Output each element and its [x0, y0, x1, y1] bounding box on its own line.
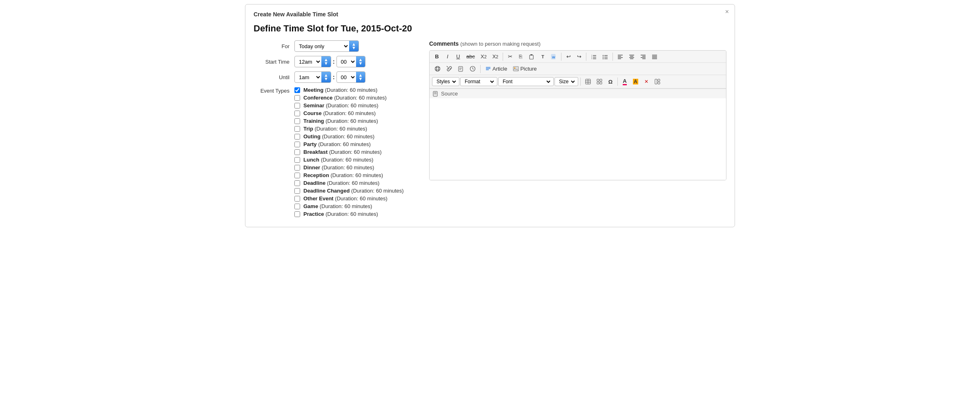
- close-button[interactable]: ×: [725, 9, 729, 15]
- highlight-button[interactable]: A: [630, 78, 641, 86]
- source-label[interactable]: Source: [441, 91, 458, 97]
- training-checkbox[interactable]: [294, 118, 300, 124]
- toolbar-sep3: [586, 53, 586, 61]
- toolbar-sep7: [617, 78, 618, 86]
- dinner-checkbox[interactable]: [294, 165, 300, 171]
- underline-button[interactable]: U: [453, 52, 463, 61]
- strikethrough-button[interactable]: abc: [464, 52, 477, 61]
- start-hour-wrapper: 12am1am2am3am 4am5am6am7am 8am9am10am11a…: [294, 56, 331, 67]
- font-color-button[interactable]: A: [620, 77, 630, 86]
- copy-button[interactable]: ⎘: [516, 52, 526, 61]
- italic-button[interactable]: I: [443, 52, 452, 61]
- align-justify-button[interactable]: [649, 53, 660, 61]
- for-select[interactable]: Today only Every week Every other week: [295, 42, 349, 51]
- show-blocks-button[interactable]: [652, 78, 663, 86]
- article-label: Article: [492, 66, 507, 72]
- superscript-button[interactable]: X2: [490, 52, 501, 61]
- list-item: Training (Duration: 60 minutes): [294, 118, 404, 124]
- svg-rect-58: [658, 82, 660, 84]
- size-dropdown[interactable]: Size 810121416: [555, 77, 578, 86]
- list-item: Practice (Duration: 60 minutes): [294, 211, 404, 217]
- svg-line-36: [447, 66, 448, 67]
- toolbar-row3: Styles Format Heading 1 Heading 2 Paragr…: [430, 75, 726, 89]
- toolbar-sep2: [561, 53, 561, 61]
- trip-checkbox[interactable]: [294, 126, 300, 132]
- link-button[interactable]: [432, 64, 443, 73]
- meeting-checkbox[interactable]: [294, 87, 300, 93]
- course-checkbox[interactable]: [294, 111, 300, 116]
- font-dropdown[interactable]: Font Arial Times New Roman Courier: [498, 77, 554, 86]
- redo-button[interactable]: ↪: [574, 52, 584, 61]
- until-hour-select[interactable]: 12am1am2am3am 4am5am6am7am 8am9am10am11a…: [295, 73, 321, 82]
- breakfast-checkbox[interactable]: [294, 149, 300, 155]
- deadline-changed-checkbox[interactable]: [294, 188, 300, 194]
- seminar-checkbox[interactable]: [294, 103, 300, 109]
- styles-dropdown[interactable]: Styles: [432, 77, 459, 86]
- svg-rect-56: [655, 79, 657, 84]
- format-dropdown[interactable]: Format Heading 1 Heading 2 Paragraph: [460, 77, 497, 86]
- article-button[interactable]: Article: [483, 64, 510, 73]
- svg-rect-57: [658, 79, 660, 81]
- paste-button[interactable]: [526, 53, 537, 61]
- subscript-button[interactable]: X2: [478, 52, 489, 61]
- align-center-button[interactable]: [626, 53, 637, 61]
- for-select-btn[interactable]: ▲ ▼: [349, 41, 359, 51]
- party-checkbox[interactable]: [294, 142, 300, 147]
- start-min-select[interactable]: 00153045: [337, 57, 356, 67]
- lunch-checkbox[interactable]: [294, 157, 300, 163]
- paste-text-button[interactable]: T: [538, 53, 548, 60]
- until-min-select[interactable]: 00153045: [337, 73, 356, 82]
- format-select[interactable]: Format Heading 1 Heading 2 Paragraph: [462, 78, 495, 85]
- table-button[interactable]: [583, 78, 593, 86]
- svg-rect-52: [597, 79, 599, 81]
- align-right-button[interactable]: [638, 53, 648, 61]
- font-select[interactable]: Font Arial Times New Roman Courier: [500, 78, 552, 85]
- start-colon: :: [333, 58, 335, 65]
- svg-rect-37: [459, 67, 463, 71]
- table-props-button[interactable]: [594, 78, 605, 86]
- align-left-button[interactable]: [615, 53, 626, 61]
- list-item: Breakfast (Duration: 60 minutes): [294, 149, 404, 155]
- bold-button[interactable]: B: [432, 52, 442, 61]
- outing-checkbox[interactable]: [294, 134, 300, 140]
- conference-checkbox[interactable]: [294, 95, 300, 101]
- svg-point-32: [435, 67, 440, 71]
- svg-text:W: W: [552, 55, 555, 59]
- paste-word-button[interactable]: W: [548, 53, 559, 61]
- svg-point-14: [603, 56, 604, 57]
- deadline-checkbox[interactable]: [294, 180, 300, 186]
- unordered-list-button[interactable]: [600, 53, 610, 61]
- undo-button[interactable]: ↩: [564, 52, 573, 61]
- toolbar-row2: Article Picture: [430, 63, 726, 75]
- svg-line-42: [473, 69, 474, 70]
- svg-point-33: [437, 67, 439, 71]
- practice-checkbox[interactable]: [294, 211, 300, 217]
- start-time-row: Start Time 12am1am2am3am 4am5am6am7am 8a…: [254, 56, 417, 67]
- svg-rect-54: [597, 82, 599, 84]
- until-min-btn[interactable]: ▲▼: [356, 72, 365, 82]
- unlink-button[interactable]: [444, 64, 455, 73]
- for-label: For: [254, 43, 294, 49]
- special-char-button[interactable]: Ω: [606, 78, 615, 86]
- list-item: Seminar (Duration: 60 minutes): [294, 102, 404, 109]
- reception-checkbox[interactable]: [294, 173, 300, 178]
- ordered-list-button[interactable]: 1 2 3: [588, 53, 599, 61]
- start-hour-select[interactable]: 12am1am2am3am 4am5am6am7am 8am9am10am11a…: [295, 57, 321, 67]
- anchor-button[interactable]: [456, 65, 466, 73]
- start-min-btn[interactable]: ▲▼: [356, 56, 365, 67]
- size-select[interactable]: Size 810121416: [557, 78, 576, 85]
- editor-body[interactable]: [430, 98, 726, 180]
- cut-button[interactable]: ✂: [505, 52, 515, 61]
- remove-format-button[interactable]: ✕: [641, 78, 651, 86]
- clock-button[interactable]: [467, 64, 478, 73]
- until-hour-wrapper: 12am1am2am3am 4am5am6am7am 8am9am10am11a…: [294, 71, 331, 83]
- game-checkbox[interactable]: [294, 204, 300, 209]
- until-min-wrapper: 00153045 ▲▼: [336, 71, 366, 83]
- other-event-checkbox[interactable]: [294, 196, 300, 202]
- until-hour-btn[interactable]: ▲▼: [321, 72, 331, 82]
- picture-button[interactable]: Picture: [510, 64, 539, 73]
- styles-select[interactable]: Styles: [434, 78, 457, 85]
- list-item: Deadline (Duration: 60 minutes): [294, 180, 404, 186]
- editor-container: B I U abc X2 X2 ✂ ⎘ T: [429, 50, 726, 180]
- start-hour-btn[interactable]: ▲▼: [321, 56, 331, 67]
